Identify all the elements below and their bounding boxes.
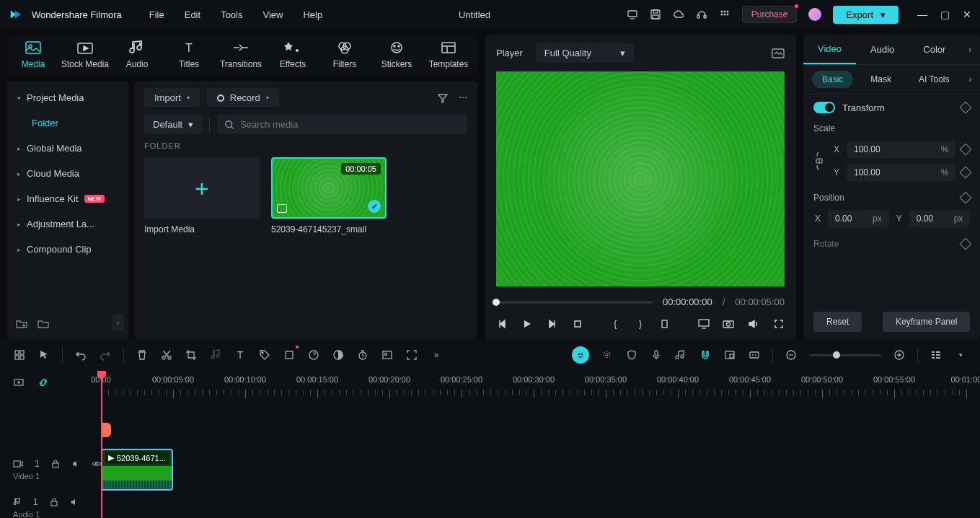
- inspector-tab-audio[interactable]: Audio: [856, 35, 909, 63]
- save-icon[interactable]: [650, 9, 661, 20]
- shield-icon[interactable]: [625, 348, 638, 361]
- search-input[interactable]: [240, 119, 460, 130]
- cut-icon[interactable]: [160, 348, 173, 361]
- color-icon[interactable]: [332, 348, 345, 361]
- keyframe-icon[interactable]: [960, 192, 972, 204]
- sidebar-item-folder[interactable]: Folder: [7, 110, 128, 136]
- quality-dropdown[interactable]: Full Quality▾: [536, 43, 634, 63]
- view-mode-dropdown-icon[interactable]: ▾: [954, 348, 967, 361]
- subtab-mask[interactable]: Mask: [860, 71, 901, 88]
- grid-icon[interactable]: [13, 348, 26, 361]
- crop-icon[interactable]: [185, 348, 198, 361]
- prev-frame-button[interactable]: [496, 317, 508, 330]
- sidebar-item-global-media[interactable]: ▸Global Media: [7, 136, 128, 161]
- more-icon[interactable]: ⋯: [459, 92, 467, 104]
- sidebar-item-cloud-media[interactable]: ▸Cloud Media: [7, 161, 128, 186]
- ai-assistant-icon[interactable]: [572, 346, 589, 364]
- keyframe-icon[interactable]: [960, 102, 972, 114]
- filter-icon[interactable]: [437, 92, 449, 104]
- zoom-out-icon[interactable]: [785, 348, 798, 361]
- tab-stock-media[interactable]: Stock Media: [59, 40, 111, 75]
- tab-templates[interactable]: Templates: [423, 40, 474, 75]
- maximize-button[interactable]: ▢: [940, 9, 950, 20]
- zoom-in-icon[interactable]: [893, 348, 906, 361]
- view-mode-icon[interactable]: [930, 348, 943, 361]
- tab-filters[interactable]: Filters: [319, 40, 371, 75]
- tag-icon[interactable]: [258, 348, 271, 361]
- zoom-slider[interactable]: [809, 354, 881, 356]
- cloud-icon[interactable]: [673, 9, 684, 20]
- magnet-icon[interactable]: [699, 348, 712, 361]
- headphones-icon[interactable]: [696, 9, 707, 20]
- timeline-clip[interactable]: ▶52039-4671...: [101, 449, 173, 491]
- mark-in-button[interactable]: {: [609, 317, 622, 330]
- scale-y-input[interactable]: 100.00%: [847, 164, 955, 181]
- position-y-input[interactable]: 0.00px: [909, 210, 971, 227]
- scale-x-input[interactable]: 100.00%: [847, 141, 955, 158]
- media-clip-tile[interactable]: 00:00:05 ✓ 52039-467145237_small: [271, 157, 387, 234]
- speed-icon[interactable]: [307, 348, 320, 361]
- add-track-icon[interactable]: [13, 377, 25, 388]
- next-frame-button[interactable]: [546, 317, 558, 330]
- link-xy-icon[interactable]: [813, 150, 825, 172]
- picture-icon[interactable]: [723, 348, 736, 361]
- tab-stickers[interactable]: Stickers: [371, 40, 423, 75]
- stop-button[interactable]: [571, 317, 583, 330]
- camera-icon[interactable]: [723, 317, 735, 330]
- keyframe-tool-icon[interactable]: [283, 348, 296, 361]
- cursor-icon[interactable]: [37, 348, 50, 361]
- lock-icon[interactable]: [50, 498, 58, 506]
- inspector-tab-color[interactable]: Color: [909, 35, 960, 63]
- tab-titles[interactable]: TTitles: [163, 40, 215, 75]
- inspector-more-icon[interactable]: ›: [960, 45, 980, 55]
- tab-media[interactable]: Media: [7, 40, 59, 75]
- undo-icon[interactable]: [74, 348, 87, 361]
- keyframe-icon[interactable]: [960, 167, 972, 179]
- sidebar-item-influence-kit[interactable]: ▸Influence KitNEW: [7, 186, 128, 211]
- timer-icon[interactable]: [356, 348, 369, 361]
- music-icon[interactable]: [209, 348, 222, 361]
- redo-icon[interactable]: [99, 348, 112, 361]
- avatar[interactable]: [808, 8, 821, 21]
- snapshot-icon[interactable]: [772, 48, 785, 59]
- sidebar-item-adjustment-layer[interactable]: ▸Adjustment La...: [7, 211, 128, 237]
- sort-dropdown[interactable]: Default▾: [144, 115, 202, 134]
- sidebar-item-project-media[interactable]: ▾Project Media: [7, 85, 128, 110]
- tab-transitions[interactable]: Transitions: [215, 40, 267, 75]
- menu-file[interactable]: File: [149, 9, 164, 20]
- subtab-basic[interactable]: Basic: [812, 71, 853, 88]
- preview-canvas[interactable]: [496, 71, 785, 286]
- marker-dropdown[interactable]: [659, 317, 671, 330]
- time-ruler[interactable]: 00:0000:00:05:0000:00:10:0000:00:15:0000…: [101, 375, 973, 397]
- mark-out-button[interactable]: }: [635, 317, 647, 330]
- display-icon[interactable]: [697, 317, 710, 330]
- audio-track-icon[interactable]: [674, 348, 687, 361]
- keyframe-icon[interactable]: [960, 238, 972, 250]
- link-icon[interactable]: [37, 377, 49, 388]
- menu-help[interactable]: Help: [303, 9, 322, 20]
- visibility-icon[interactable]: [92, 460, 102, 467]
- transform-toggle[interactable]: [813, 102, 835, 113]
- focus-icon[interactable]: [405, 348, 418, 361]
- reset-button[interactable]: Reset: [813, 312, 862, 332]
- menu-view[interactable]: View: [262, 9, 283, 20]
- mute-icon[interactable]: [71, 460, 80, 468]
- new-folder-icon[interactable]: [16, 319, 27, 329]
- device-icon[interactable]: [627, 9, 638, 20]
- mute-icon[interactable]: [70, 498, 79, 506]
- trim-handle[interactable]: [101, 423, 111, 437]
- sparkle-icon[interactable]: [601, 348, 614, 361]
- lock-icon[interactable]: [51, 460, 60, 468]
- inspector-tab-video[interactable]: Video: [803, 35, 856, 64]
- subtab-ai-tools[interactable]: AI Tools: [909, 71, 959, 88]
- apps-icon[interactable]: [719, 9, 730, 20]
- export-button[interactable]: Export▾: [833, 6, 899, 24]
- subtab-more-icon[interactable]: ›: [968, 74, 971, 84]
- close-button[interactable]: ✕: [963, 9, 971, 20]
- collapse-sidebar-button[interactable]: ‹: [112, 315, 124, 330]
- more-tools-icon[interactable]: »: [430, 348, 443, 361]
- import-dropdown[interactable]: Import▾: [144, 88, 200, 107]
- playhead[interactable]: [101, 371, 102, 518]
- delete-icon[interactable]: [136, 348, 149, 361]
- keyframe-icon[interactable]: [960, 144, 972, 156]
